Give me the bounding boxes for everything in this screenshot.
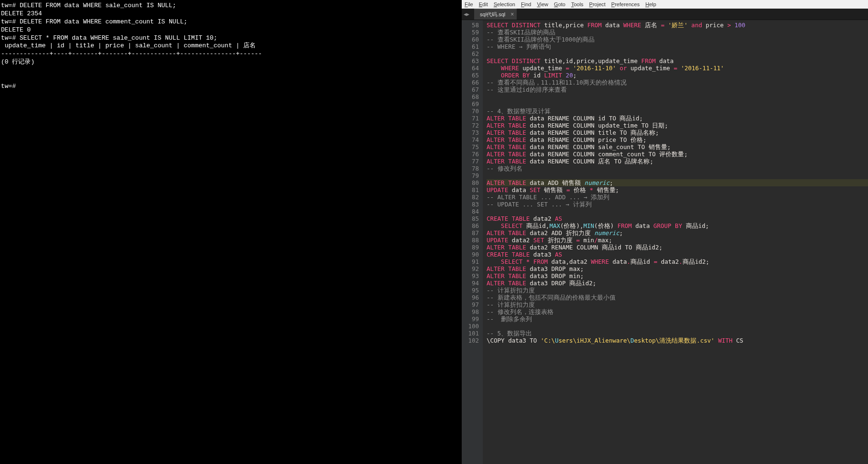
code-line[interactable]: SELECT 商品id,MAX(价格),MIN(价格) FROM data GR… [487, 222, 868, 229]
code-line[interactable]: UPDATE data2 SET 折扣力度 = min/max; [487, 237, 868, 244]
line-number: 92 [462, 265, 479, 272]
line-number: 83 [462, 201, 479, 208]
code-line[interactable]: -- UPDATE ... SET ... → 计算列 [487, 201, 868, 208]
tab-nav-arrows[interactable]: ◀ ▶ [462, 9, 471, 20]
line-number: 63 [462, 57, 479, 65]
code-line[interactable]: -- 计算折扣力度 [487, 301, 868, 308]
code-line[interactable]: ALTER TABLE data RENAME COLUMN price TO … [487, 136, 868, 143]
menu-goto[interactable]: Goto [554, 1, 565, 7]
code-content[interactable]: SELECT DISTINCT title,price FROM data WH… [483, 20, 868, 464]
line-number: 97 [462, 301, 479, 308]
line-number: 94 [462, 280, 479, 287]
tab-next-icon[interactable]: ▶ [467, 11, 469, 17]
code-line[interactable]: CREATE TABLE data2 AS [487, 215, 868, 222]
code-line[interactable] [487, 93, 868, 100]
code-line[interactable]: ALTER TABLE data RENAME COLUMN sale_coun… [487, 143, 868, 151]
menu-tools[interactable]: Tools [571, 1, 584, 7]
line-number: 72 [462, 122, 479, 129]
code-line[interactable]: ALTER TABLE data3 DROP min; [487, 272, 868, 280]
code-line[interactable]: -- 5、数据导出 [487, 330, 868, 337]
code-line[interactable]: ALTER TABLE data3 DROP 商品id2; [487, 280, 868, 287]
line-number: 71 [462, 115, 479, 122]
menu-help[interactable]: Help [645, 1, 656, 7]
code-line[interactable]: ALTER TABLE data2 RENAME COLUMN 商品id TO … [487, 244, 868, 251]
code-line[interactable]: SELECT DISTINCT title,id,price,update_ti… [487, 57, 868, 65]
code-line[interactable]: -- 新建表格，包括不同商品的价格最大最小值 [487, 294, 868, 301]
line-number: 89 [462, 244, 479, 251]
code-line[interactable]: ALTER TABLE data2 ADD 折扣力度 numeric; [487, 229, 868, 237]
line-number: 65 [462, 72, 479, 79]
line-number: 66 [462, 79, 479, 86]
line-number: 62 [462, 50, 479, 57]
line-number: 74 [462, 136, 479, 143]
code-area[interactable]: 5859606162636465666768697071727374757677… [462, 20, 868, 464]
code-line[interactable]: -- 修改列名 [487, 165, 868, 172]
close-icon[interactable]: × [510, 11, 514, 18]
line-number: 70 [462, 108, 479, 115]
line-number: 100 [462, 323, 479, 330]
code-line[interactable]: UPDATE data SET 销售额 = 价格 * 销售量; [487, 186, 868, 194]
code-line[interactable]: SELECT * FROM data,data2 WHERE data.商品id… [487, 258, 868, 265]
code-line[interactable]: \COPY data3 TO 'C:\Users\iHJX_Alienware\… [487, 337, 868, 344]
line-number: 91 [462, 258, 479, 265]
code-line[interactable]: -- 删除多余列 [487, 315, 868, 323]
line-number: 102 [462, 337, 479, 344]
line-number: 101 [462, 330, 479, 337]
menu-file[interactable]: File [465, 1, 473, 7]
menu-selection[interactable]: Selection [494, 1, 515, 7]
code-line[interactable]: ALTER TABLE data3 DROP max; [487, 265, 868, 272]
code-line[interactable]: -- ALTER TABLE ... ADD ... → 添加列 [487, 194, 868, 201]
code-line[interactable]: -- 查看SKII品牌价格大于1000的商品 [487, 36, 868, 43]
line-number: 96 [462, 294, 479, 301]
code-line[interactable]: CREATE TABLE data3 AS [487, 251, 868, 258]
line-number: 84 [462, 208, 479, 215]
menu-find[interactable]: Find [521, 1, 531, 7]
code-line[interactable]: -- 计算折扣力度 [487, 287, 868, 294]
line-number: 75 [462, 143, 479, 151]
tab-bar: ◀ ▶ sql代码.sql × [462, 9, 868, 20]
line-number: 76 [462, 151, 479, 158]
line-number: 78 [462, 165, 479, 172]
code-line[interactable]: ORDER BY id LIMIT 20; [487, 72, 868, 79]
menu-view[interactable]: View [537, 1, 548, 7]
code-line[interactable] [487, 323, 868, 330]
code-line[interactable]: -- 修改列名，连接表格 [487, 308, 868, 315]
code-line[interactable]: -- 查看不同商品，11.11和11.10两天的价格情况 [487, 79, 868, 86]
menu-bar: FileEditSelectionFindViewGotoToolsProjec… [462, 0, 868, 9]
line-number: 82 [462, 194, 479, 201]
code-line[interactable]: SELECT DISTINCT title,price FROM data WH… [487, 22, 868, 29]
code-line[interactable] [487, 208, 868, 215]
line-number: 67 [462, 86, 479, 93]
line-number: 88 [462, 237, 479, 244]
terminal-pane[interactable]: tw=# DELETE FROM data WHERE sale_count I… [0, 0, 462, 464]
code-line[interactable] [487, 100, 868, 108]
code-line[interactable]: -- 4、数据整理及计算 [487, 108, 868, 115]
tab-active[interactable]: sql代码.sql × [474, 9, 517, 20]
line-number: 59 [462, 29, 479, 36]
terminal-output: tw=# DELETE FROM data WHERE sale_count I… [1, 2, 262, 90]
code-line[interactable] [487, 50, 868, 57]
line-number: 85 [462, 215, 479, 222]
code-line[interactable]: ALTER TABLE data RENAME COLUMN comment_c… [487, 151, 868, 158]
code-line[interactable]: ALTER TABLE data RENAME COLUMN title TO … [487, 129, 868, 136]
code-line[interactable]: ALTER TABLE data RENAME COLUMN id TO 商品i… [487, 115, 868, 122]
line-number: 80 [462, 179, 479, 186]
code-line[interactable]: WHERE update_time = '2016-11-10' or upda… [487, 65, 868, 72]
line-number: 87 [462, 229, 479, 237]
code-line[interactable]: ALTER TABLE data RENAME COLUMN 店名 TO 品牌名… [487, 158, 868, 165]
line-number: 79 [462, 172, 479, 179]
code-line[interactable]: ALTER TABLE data RENAME COLUMN update_ti… [487, 122, 868, 129]
line-number: 68 [462, 93, 479, 100]
menu-project[interactable]: Project [589, 1, 606, 7]
code-line[interactable] [487, 172, 868, 179]
menu-edit[interactable]: Edit [479, 1, 488, 7]
code-line[interactable]: -- 查看SKII品牌的商品 [487, 29, 868, 36]
line-number: 86 [462, 222, 479, 229]
line-number: 93 [462, 272, 479, 280]
code-line[interactable]: -- 这里通过id的排序来查看 [487, 86, 868, 93]
code-line[interactable]: ALTER TABLE data ADD 销售额 numeric; [487, 179, 868, 186]
tab-label: sql代码.sql [480, 11, 505, 18]
menu-preferences[interactable]: Preferences [611, 1, 640, 7]
code-line[interactable]: -- WHERE → 判断语句 [487, 43, 868, 50]
line-number: 60 [462, 36, 479, 43]
